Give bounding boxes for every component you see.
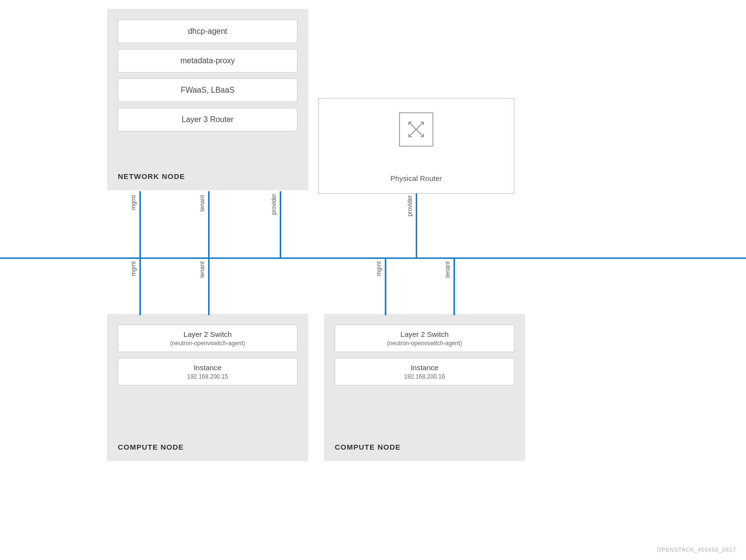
c2-tenant-connector: [453, 259, 455, 315]
instance-1-ip: 192.168.200.15: [123, 373, 292, 380]
compute-node-1-label: COMPUTE NODE: [118, 443, 184, 451]
svg-line-3: [416, 122, 424, 129]
instance-2-ip: 192.168.200.16: [340, 373, 509, 380]
nn-mgmt-connector: [139, 191, 141, 259]
network-node-box: dhcp-agent metadata-proxy FWaaS, LBaaS L…: [107, 9, 308, 190]
network-boundary-line: [0, 257, 746, 259]
c2-mgmt-connector: [385, 259, 386, 315]
l2-switch-1-box: Layer 2 Switch (neutron-openvswitch-agen…: [118, 325, 297, 352]
physical-router-box: Physical Router: [318, 98, 514, 194]
watermark: OPENSTACK_450456_0617: [657, 547, 736, 553]
diagram: dhcp-agent metadata-proxy FWaaS, LBaaS L…: [0, 0, 746, 560]
instance-2-box: Instance 192.168.200.16: [335, 358, 514, 385]
metadata-proxy-box: metadata-proxy: [118, 49, 297, 73]
nn-tenant-label: tenant: [199, 195, 206, 211]
l2-switch-2-label: Layer 2 Switch: [340, 330, 509, 338]
l2-switch-2-box: Layer 2 Switch (neutron-openvswitch-agen…: [335, 325, 514, 352]
instance-1-box: Instance 192.168.200.15: [118, 358, 297, 385]
layer3-router-box: Layer 3 Router: [118, 108, 297, 131]
nn-provider-label: provider: [270, 194, 277, 215]
metadata-proxy-label: metadata-proxy: [180, 56, 235, 65]
fwaas-lbaas-box: FWaaS, LBaaS: [118, 78, 297, 102]
compute-node-1-box: Layer 2 Switch (neutron-openvswitch-agen…: [107, 314, 308, 461]
fwaas-lbaas-label: FWaaS, LBaaS: [181, 86, 235, 94]
instance-2-label: Instance: [340, 363, 509, 372]
compute-node-2-label: COMPUTE NODE: [335, 443, 401, 451]
network-node-label: NETWORK NODE: [118, 172, 185, 180]
dhcp-agent-label: dhcp-agent: [188, 27, 227, 35]
pr-provider-label: provider: [406, 195, 413, 216]
compute-node-2-box: Layer 2 Switch (neutron-openvswitch-agen…: [324, 314, 525, 461]
c1-tenant-connector: [208, 259, 210, 315]
svg-line-6: [409, 129, 416, 137]
c1-mgmt-connector: [139, 259, 141, 315]
l2-switch-1-sub: (neutron-openvswitch-agent): [123, 340, 292, 347]
l2-switch-2-sub: (neutron-openvswitch-agent): [340, 340, 509, 347]
router-svg: [404, 117, 428, 142]
svg-line-0: [409, 122, 416, 129]
router-icon: [399, 112, 433, 147]
physical-router-label: Physical Router: [319, 174, 514, 182]
c2-tenant-label: tenant: [444, 261, 451, 278]
l2-switch-1-label: Layer 2 Switch: [123, 330, 292, 338]
instance-1-label: Instance: [123, 363, 292, 372]
c2-mgmt-label: mgmt: [375, 261, 382, 276]
c1-mgmt-label: mgmt: [130, 261, 137, 276]
pr-provider-connector: [416, 194, 417, 259]
nn-mgmt-label: mgmt: [130, 195, 137, 210]
layer3-router-label: Layer 3 Router: [182, 115, 234, 124]
c1-tenant-label: tenant: [199, 261, 206, 278]
dhcp-agent-box: dhcp-agent: [118, 20, 297, 43]
nn-tenant-connector: [208, 191, 210, 259]
nn-provider-connector: [280, 191, 281, 259]
svg-line-9: [416, 129, 424, 137]
